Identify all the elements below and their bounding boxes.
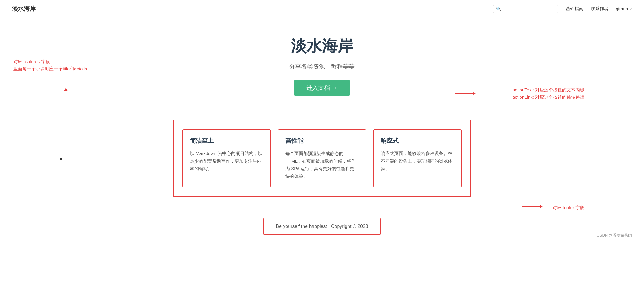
navbar: 淡水海岸 🔍 基础指南 联系作者 github ↗ [0,0,644,18]
annotation-action-link: actionLink: 对应这个按钮的跳转路径 [513,94,584,101]
annotation-features-line1: 对应 features 字段 [13,58,87,65]
site-logo: 淡水海岸 [12,5,36,13]
feature-desc-0: 以 Markdown 为中心的项目结构，以最少的配置帮助写作，更加专注与内容的编… [190,150,263,173]
annotation-footer: 对应 footer 字段 [552,204,584,211]
navbar-right: 🔍 基础指南 联系作者 github ↗ [493,5,632,13]
hero-title: 淡水海岸 [6,36,638,57]
feature-title-2: 响应式 [381,137,454,145]
footer-box: Be yourself the happiest | Copyright © 2… [263,218,380,235]
features-wrapper: 简洁至上 以 Markdown 为中心的项目结构，以最少的配置帮助写作，更加专注… [0,108,644,209]
feature-card-1: 高性能 每个页面都预渲染生成静态的 HTML，在页面被加载的时候，将作为 SPA… [278,129,366,187]
feature-desc-2: 响应式页面，能够兼容多种设备。在不同端的设备上，实现相同的浏览体验。 [381,150,454,173]
nav-link-github[interactable]: github ↗ [616,6,632,11]
feature-card-2: 响应式 响应式页面，能够兼容多种设备。在不同端的设备上，实现相同的浏览体验。 [373,129,462,187]
hero-subtitle: 分享各类资源、教程等等 [6,63,638,71]
annotation-features-line2: 里面每一个小块对应一个title和details [13,65,87,72]
annotation-footer-label: 对应 footer 字段 [552,205,584,210]
arrow-line-horizontal-action [455,93,473,94]
search-box[interactable]: 🔍 [493,5,558,13]
annotation-action: actionText: 对应这个按钮的文本内容 actionLink: 对应这个… [513,86,584,101]
feature-title-0: 简洁至上 [190,137,263,145]
annotation-features: 对应 features 字段 里面每一个小块对应一个title和details [13,58,87,72]
nav-link-guide[interactable]: 基础指南 [566,6,583,12]
annotation-action-text: actionText: 对应这个按钮的文本内容 [513,86,584,94]
external-link-icon: ↗ [629,7,632,11]
nav-link-contact[interactable]: 联系作者 [591,6,609,12]
footer-text: Be yourself the happiest | Copyright © 2… [276,224,368,229]
arrow-head-right-icon-action [473,92,476,95]
github-label: github [616,6,628,11]
arrow-head-right-icon-footer [540,205,543,208]
search-icon: 🔍 [496,7,501,11]
hero-action-button[interactable]: 进入文档 → [294,80,350,96]
arrow-line-horizontal-footer [522,206,540,207]
footer-section: Be yourself the happiest | Copyright © 2… [0,209,644,244]
arrow-footer [522,205,543,208]
arrow-action [455,92,476,95]
arrow-head-up-icon [64,88,68,91]
search-input[interactable] [503,7,555,11]
csdn-watermark: CSDN @香辣猪头肉 [597,233,632,238]
feature-desc-1: 每个页面都预渲染生成静态的 HTML，在页面被加载的时候，将作为 SPA 运行，… [285,150,359,180]
feature-card-0: 简洁至上 以 Markdown 为中心的项目结构，以最少的配置帮助写作，更加专注… [182,129,271,187]
feature-title-1: 高性能 [285,137,359,145]
features-section: 简洁至上 以 Markdown 为中心的项目结构，以最少的配置帮助写作，更加专注… [173,120,471,197]
